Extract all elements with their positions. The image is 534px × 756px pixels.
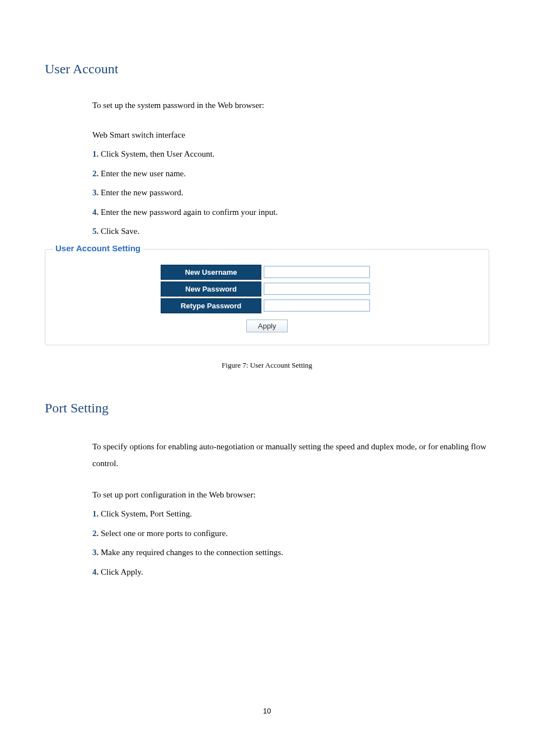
step-number: 2. [92, 529, 99, 538]
step-number: 5. [92, 227, 99, 236]
label-new-username: New Username [161, 265, 261, 280]
user-account-setting-panel: User Account Setting New Username New Pa… [45, 249, 489, 345]
step-text: Enter the new user name. [99, 169, 186, 178]
step-1b: 1. Click System, Port Setting. [92, 508, 489, 520]
new-password-input[interactable] [264, 283, 370, 295]
step-text: Select one or more ports to configure. [99, 529, 228, 538]
row-retype-password: Retype Password [161, 298, 373, 313]
step-number: 3. [92, 188, 99, 197]
row-new-username: New Username [161, 265, 373, 280]
step-number: 1. [92, 149, 99, 158]
step-text: Click System, then User Account. [99, 149, 214, 158]
step-number: 4. [92, 208, 99, 217]
intro-text-2: To specify options for enabling auto-neg… [92, 438, 489, 472]
intro-text: To set up the system password in the Web… [92, 99, 489, 112]
step-text: Click Apply. [99, 567, 143, 576]
step-number: 3. [92, 548, 99, 557]
step-number: 4. [92, 567, 99, 576]
section-heading-port-setting: Port Setting [45, 401, 489, 416]
step-number: 2. [92, 169, 99, 178]
label-new-password: New Password [161, 281, 261, 297]
step-text: Enter the new password. [99, 188, 183, 197]
figure-caption: Figure 7: User Account Setting [45, 361, 489, 370]
step-text: Enter the new password again to confirm … [99, 208, 278, 217]
step-3b: 3. Make any required changes to the conn… [92, 546, 489, 559]
step-text: Click System, Port Setting. [99, 509, 192, 518]
step-4b: 4. Click Apply. [92, 566, 489, 579]
sub-intro-text-2: To set up port configuration in the Web … [92, 489, 489, 501]
step-2: 2. Enter the new user name. [92, 167, 489, 180]
step-4: 4. Enter the new password again to confi… [92, 206, 489, 219]
step-5: 5. Click Save. [92, 225, 489, 238]
form-table: New Username New Password Retype Passwor… [161, 263, 373, 335]
step-3: 3. Enter the new password. [92, 186, 489, 199]
label-retype-password: Retype Password [161, 298, 261, 313]
new-username-input[interactable] [264, 266, 370, 278]
page-number: 10 [45, 707, 489, 715]
step-text: Click Save. [99, 227, 139, 236]
step-1: 1. Click System, then User Account. [92, 148, 489, 161]
apply-button[interactable]: Apply [246, 320, 288, 332]
panel-legend: User Account Setting [53, 243, 143, 253]
step-2b: 2. Select one or more ports to configure… [92, 527, 489, 540]
section-heading-user-account: User Account [45, 62, 489, 77]
sub-intro-text: Web Smart switch interface [92, 129, 489, 142]
retype-password-input[interactable] [264, 299, 370, 312]
step-number: 1. [92, 509, 99, 518]
step-text: Make any required changes to the connect… [99, 548, 283, 557]
row-new-password: New Password [161, 281, 373, 297]
